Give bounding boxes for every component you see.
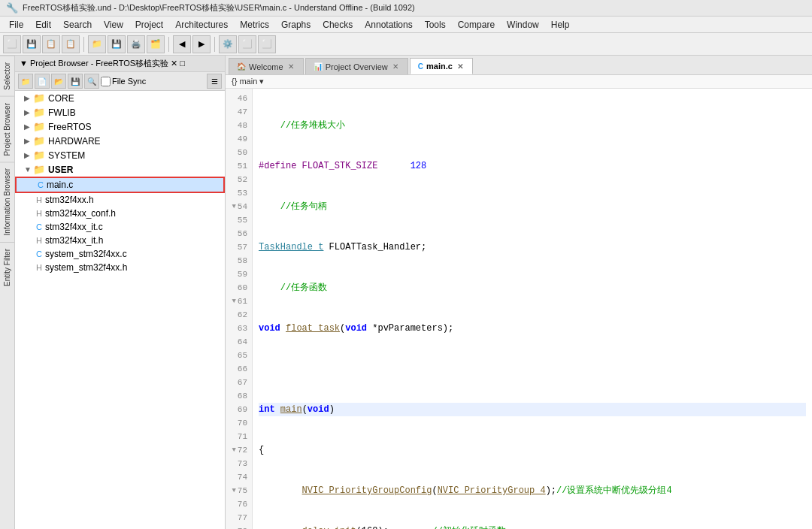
toolbar-open[interactable]: 📁 xyxy=(88,35,106,53)
toolbar-sep3 xyxy=(214,37,215,52)
menu-item-help[interactable]: Help xyxy=(545,18,576,32)
sidebar-item-entity-filter[interactable]: Entity Filter xyxy=(0,242,14,292)
tree-label-stm32f4xx-it-h: stm32f4xx_it.h xyxy=(45,235,103,246)
menu-item-metrics[interactable]: Metrics xyxy=(234,18,275,32)
tree-label-user: USER xyxy=(48,165,73,175)
menu-item-edit[interactable]: Edit xyxy=(29,18,57,32)
tab-main-c-close[interactable]: ✕ xyxy=(456,62,465,71)
pb-new-folder[interactable]: 📁 xyxy=(18,74,33,89)
toolbar-back[interactable]: ◀ xyxy=(173,35,191,53)
tab-main-c[interactable]: C main.c ✕ xyxy=(410,58,473,74)
expand-icon-hardware: ▶ xyxy=(24,137,32,145)
tree-label-freertos: FreeRTOS xyxy=(48,122,92,132)
folder-icon-freertos: 📁 xyxy=(33,121,45,132)
file-icon-system-stm32f4xx-h: H xyxy=(36,263,42,272)
toolbar-layout1[interactable]: ⬜ xyxy=(238,35,256,53)
code-line-55: NVIC_PriorityGroupConfig(NVIC_PriorityGr… xyxy=(259,484,806,497)
menu-item-tools[interactable]: Tools xyxy=(419,18,452,32)
expand-icon-user: ▼ xyxy=(24,165,32,174)
titlebar: 🔧 FreeRTOS移植实验.und - D:\Desktop\FreeRTOS… xyxy=(0,0,812,17)
sidebar-item-project-browser[interactable]: Project Browser xyxy=(0,96,14,162)
menu-item-search[interactable]: Search xyxy=(57,18,98,32)
pb-menu[interactable]: ☰ xyxy=(207,74,222,89)
code-line-46: //任务堆栈大小 xyxy=(259,119,806,132)
toolbar-settings[interactable]: ⚙️ xyxy=(219,35,237,53)
tree-item-stm32f4xx-h[interactable]: H stm32f4xx.h xyxy=(15,193,225,207)
project-browser-panel: ▼ Project Browser - FreeRTOS移植实验 ✕ □ 📁 📄… xyxy=(15,56,226,529)
sidebar-item-information-browser[interactable]: Information Browser xyxy=(0,162,14,241)
folder-icon-hardware: 📁 xyxy=(33,135,45,147)
tab-welcome[interactable]: 🏠 Welcome ✕ xyxy=(229,58,304,74)
tab-project-overview-close[interactable]: ✕ xyxy=(391,62,400,71)
code-line-52 xyxy=(259,362,806,376)
tree-item-system-stm32f4xx-c[interactable]: C system_stm32f4xx.c xyxy=(15,247,225,261)
tree-item-stm32f4xx-it-c[interactable]: C stm32f4xx_it.c xyxy=(15,220,225,234)
tree-item-fwlib[interactable]: ▶ 📁 FWLIB xyxy=(15,105,225,119)
tree-item-hardware[interactable]: ▶ 📁 HARDWARE xyxy=(15,134,225,148)
tab-bar: 🏠 Welcome ✕ 📊 Project Overview ✕ C main.… xyxy=(226,56,812,75)
menu-item-project[interactable]: Project xyxy=(129,18,169,32)
ln-51: 51 xyxy=(226,159,252,173)
expand-icon-system: ▶ xyxy=(24,151,32,159)
code-line-50: //任务函数 xyxy=(259,281,806,295)
menu-item-architectures[interactable]: Architectures xyxy=(169,18,234,32)
ln-70: 70 xyxy=(226,416,252,430)
code-content[interactable]: //任务堆栈大小 #define FLOAT_STK_SIZE 128 //任务… xyxy=(253,89,812,529)
title-text: FreeRTOS移植实验.und - D:\Desktop\FreeRTOS移植… xyxy=(23,2,415,14)
pb-search[interactable]: 🔍 xyxy=(84,74,99,89)
ln-56: 56 xyxy=(226,227,252,240)
tree-label-fwlib: FWLIB xyxy=(48,107,76,118)
code-line-53: int main(void) xyxy=(259,403,806,416)
project-browser-toolbar: 📁 📄 📂 💾 🔍 File Sync ☰ xyxy=(15,72,225,91)
menu-item-view[interactable]: View xyxy=(98,18,129,32)
toolbar-new[interactable]: ⬜ xyxy=(3,35,21,53)
tree-label-core: CORE xyxy=(48,93,74,104)
ln-46: 46 xyxy=(226,92,252,105)
menu-item-file[interactable]: File xyxy=(3,18,29,32)
ln-47: 47 xyxy=(226,105,252,119)
ln-52: 52 xyxy=(226,173,252,186)
pb-new-file[interactable]: 📄 xyxy=(35,74,50,89)
menu-item-window[interactable]: Window xyxy=(501,18,545,32)
code-editor[interactable]: 46 47 48 49 50 51 52 53 ▼54 55 56 57 58 … xyxy=(226,89,812,529)
tab-welcome-close[interactable]: ✕ xyxy=(286,62,295,71)
pb-filesync-checkbox[interactable] xyxy=(101,77,111,86)
expand-icon-freertos: ▶ xyxy=(24,122,32,131)
code-line-54: { xyxy=(259,443,806,457)
toolbar-save[interactable]: 💾 xyxy=(23,35,41,53)
tree-item-system-stm32f4xx-h[interactable]: H system_stm32f4xx.h xyxy=(15,261,225,274)
toolbar-forward[interactable]: ▶ xyxy=(192,35,211,53)
tree-item-stm32f4xx-conf-h[interactable]: H stm32f4xx_conf.h xyxy=(15,207,225,220)
code-breadcrumb: {} main ▾ xyxy=(226,75,812,89)
file-icon-stm32f4xx-it-c: C xyxy=(36,222,42,231)
toolbar-paste[interactable]: 📋 xyxy=(62,35,80,53)
ln-69: 69 xyxy=(226,403,252,416)
tree-item-core[interactable]: ▶ 📁 CORE xyxy=(15,91,225,105)
toolbar-print[interactable]: 🖨️ xyxy=(127,35,145,53)
tree-item-freertos[interactable]: ▶ 📁 FreeRTOS xyxy=(15,119,225,134)
tree-item-system[interactable]: ▶ 📁 SYSTEM xyxy=(15,148,225,162)
sidebar-item-selector[interactable]: Selector xyxy=(0,56,14,96)
menu-item-checks[interactable]: Checks xyxy=(317,18,359,32)
tree-label-hardware: HARDWARE xyxy=(48,136,101,147)
toolbar-copy[interactable]: 📋 xyxy=(42,35,60,53)
tree-item-stm32f4xx-it-h[interactable]: H stm32f4xx_it.h xyxy=(15,234,225,247)
ln-62: 62 xyxy=(226,308,252,322)
tree-label-main-c: main.c xyxy=(47,180,73,190)
menu-item-compare[interactable]: Compare xyxy=(452,18,501,32)
menu-item-graphs[interactable]: Graphs xyxy=(275,18,317,32)
pb-save[interactable]: 💾 xyxy=(68,74,83,89)
tree-item-main-c[interactable]: C main.c xyxy=(15,177,225,193)
tree-item-user[interactable]: ▼ 📁 USER xyxy=(15,162,225,177)
toolbar-folder[interactable]: 🗂️ xyxy=(147,35,165,53)
menu-item-annotations[interactable]: Annotations xyxy=(359,18,418,32)
toolbar-layout2[interactable]: ⬜ xyxy=(258,35,276,53)
file-icon-system-stm32f4xx-c: C xyxy=(36,249,42,258)
pb-open[interactable]: 📂 xyxy=(51,74,66,89)
toolbar-save2[interactable]: 💾 xyxy=(108,35,126,53)
ln-58: 58 xyxy=(226,254,252,268)
folder-icon-fwlib: 📁 xyxy=(33,107,45,118)
ln-73: 73 xyxy=(226,457,252,470)
ln-63: 63 xyxy=(226,322,252,335)
tab-project-overview[interactable]: 📊 Project Overview ✕ xyxy=(305,58,408,74)
